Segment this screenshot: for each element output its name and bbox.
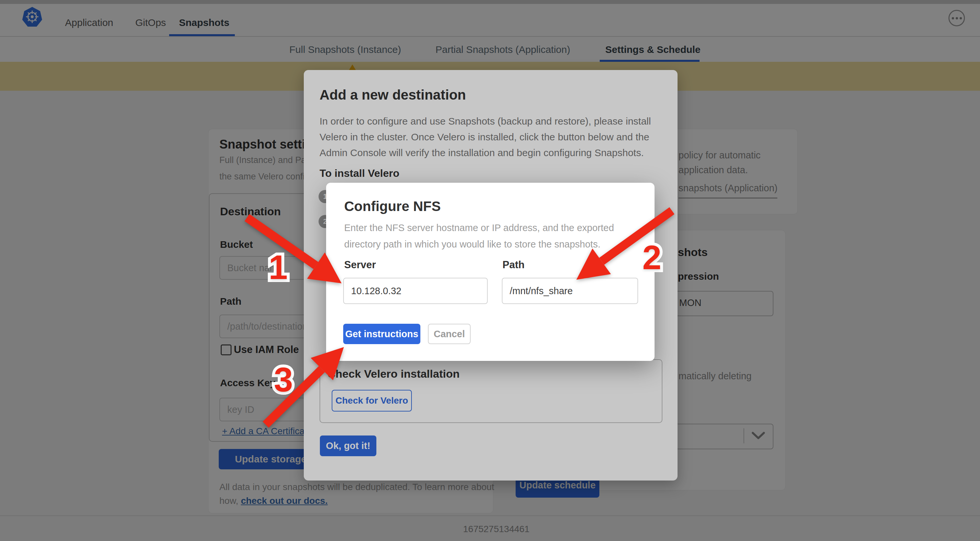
annotation-badge-2: 2 xyxy=(643,239,662,275)
admin-console-screen: Application GitOps Snapshots Full Snapsh… xyxy=(0,0,980,541)
nfs-path-input[interactable] xyxy=(502,278,638,304)
cancel-button[interactable]: Cancel xyxy=(428,324,471,344)
annotation-badge-1: 1 xyxy=(269,249,288,285)
nfs-path-label: Path xyxy=(503,259,525,271)
configure-nfs-title: Configure NFS xyxy=(344,198,441,214)
get-instructions-button[interactable]: Get instructions xyxy=(343,324,420,344)
configure-nfs-modal: Configure NFS Enter the NFS server hostn… xyxy=(326,183,654,361)
configure-nfs-desc: Enter the NFS server hostname or IP addr… xyxy=(344,220,614,252)
annotation-badge-3: 3 xyxy=(274,362,293,398)
server-input[interactable] xyxy=(343,278,488,304)
server-label: Server xyxy=(344,259,376,271)
